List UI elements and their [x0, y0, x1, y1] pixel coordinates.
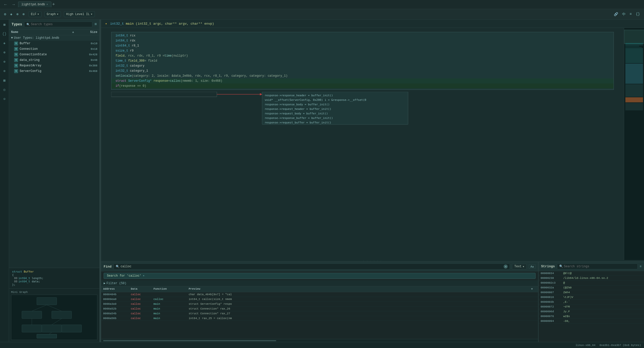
string-row[interactable]: 00000238 /lib64/ld-linux-x86-64.so.2	[539, 276, 644, 281]
forward-button[interactable]: →	[10, 2, 17, 7]
type-group-header[interactable]: ▼ User Types: lighttpd.bndb	[9, 35, 99, 41]
svg-rect-3	[22, 311, 42, 319]
elf-dropdown[interactable]: ELF ▾	[29, 11, 42, 17]
horizontal-scrollbar[interactable]	[101, 339, 538, 342]
case-sensitive-button[interactable]: Aa	[529, 264, 536, 269]
string-row[interactable]: 0000032a (@Z%0	[539, 285, 644, 290]
code-line: field, rcx, rdx, r8_1, r9 = time(nullptr…	[111, 53, 614, 58]
app-body: ⊞ {} ◈ ⊛ ⊕ ⊗ ▦ ◎ ⊙ Types 🔍 ≡ Name ▲ Size…	[0, 20, 644, 342]
sidebar-search-icon[interactable]: ◎	[2, 86, 6, 93]
sidebar-code-icon[interactable]: {}	[1, 31, 8, 37]
sidebar-patch-icon[interactable]: ▦	[2, 77, 6, 83]
tab-bar: ← → lighttpd.bndb × +	[0, 0, 644, 9]
code-line: time_t field_308 = field	[111, 58, 614, 63]
code-line: int32_t category	[111, 63, 614, 68]
tab-close-button[interactable]: ×	[47, 3, 48, 6]
sidebar-debug-icon[interactable]: ⊕	[2, 59, 6, 65]
type-label: Text	[514, 265, 521, 268]
code-line: int64_t rcx	[111, 33, 614, 38]
string-row[interactable]: 00000976 w2$s	[539, 314, 644, 319]
type-size-serverconfig: 0x468	[82, 70, 97, 73]
tag-icon[interactable]: ◈	[9, 12, 13, 17]
badge-s-requestarray: S	[14, 64, 18, 68]
types-search-input[interactable]	[31, 23, 90, 26]
graph-dropdown[interactable]: Graph ▾	[45, 11, 61, 17]
filter-header[interactable]: ▶ Filter (50)	[101, 280, 538, 286]
string-row[interactable]: 00000072 ~d?R	[539, 304, 644, 309]
string-row[interactable]: 00000034 @8\t@	[539, 271, 644, 276]
plugin-icon[interactable]: {}	[635, 12, 641, 17]
string-row[interactable]: 0000003b ,E-`	[539, 300, 644, 304]
result-row[interactable]: 0000a56b calloc main int64_t rax_25 = ca…	[101, 316, 538, 321]
col-function-header[interactable]: Function	[153, 287, 189, 291]
types-search-box[interactable]: 🔍	[24, 22, 92, 27]
string-row[interactable]: 00000994 -D8,	[539, 319, 644, 324]
link-icon[interactable]: 🔗	[613, 12, 619, 17]
bottom-area: Find 🔍 × Text ▾ Aa Search for 'calloc'	[101, 262, 644, 342]
nav-icon[interactable]: ⊕	[15, 12, 19, 17]
find-clear-button[interactable]: ×	[504, 265, 508, 269]
new-tab-button[interactable]: +	[52, 2, 55, 7]
type-row-requestarray[interactable]: S RequestArray 0x388	[9, 63, 99, 68]
svg-rect-25	[625, 45, 643, 45]
string-row[interactable]: 00000816 \tJF)V	[539, 295, 644, 300]
type-row-connection[interactable]: S Connection 0x18	[9, 46, 99, 52]
strings-search-box[interactable]: 🔍	[557, 264, 638, 269]
svg-rect-29	[625, 64, 643, 84]
sidebar-terminal-icon[interactable]: ⊙	[2, 96, 6, 102]
type-dropdown[interactable]: Text ▾	[512, 264, 527, 270]
code-line-if: if (response == 0)	[111, 83, 614, 89]
type-row-datastring[interactable]: S data_string 0x48	[9, 57, 99, 63]
svg-rect-31	[625, 97, 643, 102]
col-address-header[interactable]: Address	[103, 287, 131, 291]
find-input-wrap[interactable]: 🔍 ×	[113, 264, 510, 270]
string-row[interactable]: 0000002c3 @	[539, 281, 644, 285]
sidebar-xref-icon[interactable]: ⊗	[2, 68, 6, 74]
type-row-connectionstate[interactable]: S ConnectionState 0x428	[9, 52, 99, 57]
badge-s-connstate: S	[14, 53, 18, 57]
col-sort-arrow[interactable]: ▼	[531, 287, 536, 291]
string-row[interactable]: 0000096d Jy.F	[539, 309, 644, 314]
types-menu-button[interactable]: ≡	[94, 22, 97, 27]
result-row[interactable]: 0000484b calloc char data_484b[0x7] = "c…	[101, 292, 538, 297]
type-name-buffer: Buffer	[20, 42, 82, 45]
cross-ref-icon[interactable]: ⊗	[21, 12, 25, 17]
result-row[interactable]: 0000a52b calloc main struct Connection* …	[101, 307, 538, 311]
settings-icon[interactable]: ⚙	[3, 12, 7, 17]
sort-arrow[interactable]: ▲	[72, 30, 77, 34]
result-row[interactable]: 0000a54b calloc main struct Connection* …	[101, 311, 538, 316]
svg-rect-30	[625, 84, 643, 97]
tab-lighttpd[interactable]: lighttpd.bndb ×	[18, 2, 51, 7]
hlil-dropdown[interactable]: High Level IL ▾	[64, 11, 95, 17]
struct-preview: struct Buffer { 00int64_t length; 08int6…	[9, 268, 99, 288]
type-row-serverconfig[interactable]: S ServerConfig 0x468	[9, 68, 99, 74]
find-input[interactable]	[120, 265, 503, 268]
sidebar-tags-icon[interactable]: ◈	[2, 40, 6, 46]
strings-search-input[interactable]	[564, 265, 635, 268]
col-size-header: Size	[77, 30, 97, 34]
status-range: 0xa3b1-0xa3b7 (0x6 bytes)	[599, 344, 641, 347]
search-tag-close[interactable]: ×	[143, 274, 145, 277]
result-row[interactable]: 00009ea0 calloc calloc int64_t calloc(si…	[101, 297, 538, 302]
code-line: int32_t category_1	[111, 68, 614, 73]
code-editor[interactable]: int64_t rcx int64_t rdx uint64_t r8_1 ss…	[101, 28, 624, 260]
col-preview-header[interactable]: Preview	[189, 287, 531, 291]
chars-icon[interactable]: 中	[621, 12, 627, 17]
type-size-connstate: 0x428	[82, 53, 97, 56]
type-name-datastring: data_string	[20, 58, 82, 62]
sidebar-nav-icon[interactable]: ⊛	[2, 49, 6, 56]
code-minimap[interactable]	[624, 28, 644, 260]
toolbar-icons: ⚙ ◈ ⊕ ⊗	[3, 12, 26, 17]
type-row-buffer[interactable]: S Buffer 0x10	[9, 41, 99, 46]
svg-rect-11	[37, 334, 57, 338]
result-row[interactable]: 0000a3a9 calloc main struct ServerConfig…	[101, 302, 538, 307]
svg-line-1	[32, 305, 47, 311]
string-row[interactable]: 00000807 Zmh4	[539, 290, 644, 295]
types-panel: Types 🔍 ≡ Name ▲ Size ▼ User Types: ligh…	[9, 20, 100, 342]
col-data-header[interactable]: Data	[131, 287, 153, 291]
back-button[interactable]: ←	[2, 2, 9, 7]
filter-arrow: ▶	[104, 281, 105, 285]
sidebar-types-icon[interactable]: ⊞	[2, 22, 6, 28]
menu-icon[interactable]: ≡	[629, 12, 633, 17]
strings-menu-button[interactable]: ≡	[640, 265, 641, 268]
